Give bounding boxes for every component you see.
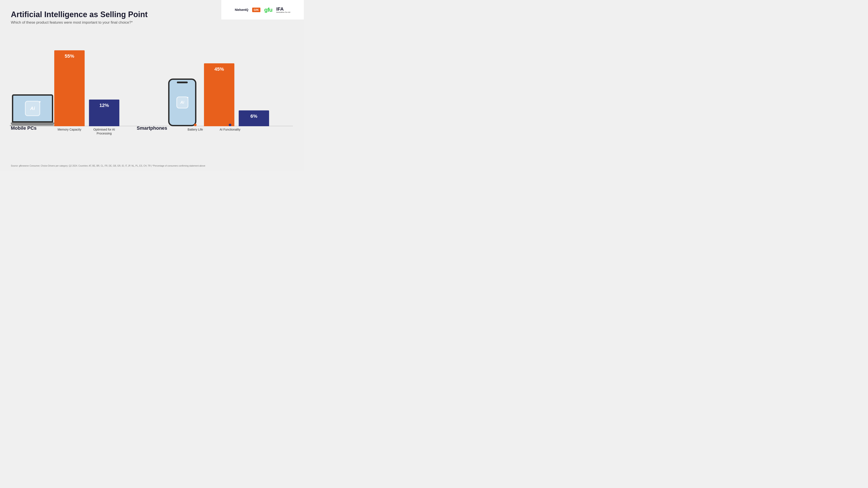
phone-notch xyxy=(177,82,188,83)
ai-functionality-label: AI Functionality xyxy=(220,128,241,131)
ai-processing-value: 12% xyxy=(99,100,109,108)
nielseniq-logo: NielsenIQ xyxy=(235,8,248,11)
source-text: Source: gfknewron Consumer; Choice Drive… xyxy=(11,165,293,167)
mobile-pc-bars: 55% 12% xyxy=(54,31,143,137)
ai-processing-label-cell: Optimised for AI Processing xyxy=(89,122,119,135)
smartphones-label-cell: Smartphones xyxy=(137,122,180,131)
battery-life-value: 45% xyxy=(214,63,224,72)
memory-capacity-label: Memory Capacity xyxy=(58,128,82,131)
gfk-logo: GfK xyxy=(252,8,260,12)
main-container: NielsenIQ GfK gfu IFA Innovation For All… xyxy=(0,0,304,171)
ifa-logo: IFA Innovation For All xyxy=(276,7,290,13)
ai-processing-label: Optimised for AI Processing xyxy=(89,128,119,135)
ai-functionality-label-cell: AI Functionality xyxy=(215,122,245,131)
memory-capacity-value: 55% xyxy=(65,50,74,59)
group-mobile-pcs: Ai ✦ 55% xyxy=(11,31,143,137)
labels-row: Mobile PCs Memory Capacity Optimised for… xyxy=(11,122,293,137)
group-smartphones: Ai ✦ 45% xyxy=(161,31,293,137)
phone-illustration: Ai ✦ xyxy=(168,78,196,126)
smartphones-title: Smartphones xyxy=(137,125,167,131)
logo-box: NielsenIQ GfK gfu IFA Innovation For All xyxy=(221,0,304,20)
bar-ai-processing: 12% xyxy=(89,31,119,126)
memory-capacity-bar-with-dot: 55% xyxy=(54,50,85,126)
bar-ai-functionality: 6% xyxy=(239,31,269,126)
mobile-pcs-label-cell: Mobile PCs xyxy=(11,122,54,131)
laptop-illustration: Ai ✦ xyxy=(12,94,53,126)
bar-battery-life: 45% xyxy=(204,31,235,126)
mobile-pcs-title: Mobile PCs xyxy=(11,125,37,131)
battery-life-bar: 45% xyxy=(204,63,235,126)
ai-text-laptop: Ai xyxy=(30,106,35,111)
battery-life-bar-with-dot: 45% xyxy=(204,63,235,126)
ai-sparkle-phone: ✦ xyxy=(187,96,189,99)
memory-capacity-dot xyxy=(68,124,71,126)
ai-icon-phone: Ai ✦ xyxy=(177,97,188,108)
ai-icon-laptop: Ai ✦ xyxy=(25,101,40,116)
subtitle: Which of these product features were mos… xyxy=(11,21,293,25)
ai-sparkle-laptop: ✦ xyxy=(38,100,41,104)
chart-area: Ai ✦ 55% xyxy=(11,31,293,137)
memory-capacity-label-cell: Memory Capacity xyxy=(54,122,85,131)
phone-device-col: Ai ✦ xyxy=(161,31,204,137)
laptop-screen: Ai ✦ xyxy=(12,94,53,123)
memory-capacity-bar: 55% xyxy=(54,50,85,126)
ai-functionality-value: 6% xyxy=(250,110,257,119)
battery-life-label: Battery Life xyxy=(188,128,203,131)
gfu-logo: gfu xyxy=(264,6,272,13)
ai-text-phone: Ai xyxy=(180,100,184,105)
ai-functionality-dot xyxy=(229,124,231,126)
ai-processing-dot xyxy=(103,124,105,126)
battery-life-label-cell: Battery Life xyxy=(180,122,211,131)
bar-memory-capacity: 55% xyxy=(54,31,85,126)
smartphone-bars: 45% 6% xyxy=(204,31,293,137)
laptop-device-col: Ai ✦ xyxy=(11,31,54,137)
battery-life-dot xyxy=(194,124,196,126)
